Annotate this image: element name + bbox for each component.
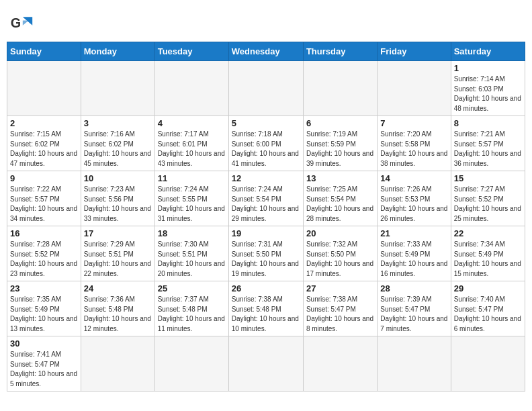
weekday-header-monday: Monday xyxy=(81,42,154,61)
day-info: Sunrise: 7:22 AM Sunset: 5:57 PM Dayligh… xyxy=(10,185,78,224)
day-info: Sunrise: 7:31 AM Sunset: 5:50 PM Dayligh… xyxy=(232,240,300,279)
week-row-5: 23Sunrise: 7:35 AM Sunset: 5:49 PM Dayli… xyxy=(7,281,525,336)
week-row-3: 9Sunrise: 7:22 AM Sunset: 5:57 PM Daylig… xyxy=(7,171,525,226)
day-info: Sunrise: 7:38 AM Sunset: 5:48 PM Dayligh… xyxy=(232,295,300,334)
day-number: 30 xyxy=(10,338,78,349)
week-row-4: 16Sunrise: 7:28 AM Sunset: 5:52 PM Dayli… xyxy=(7,226,525,281)
day-info: Sunrise: 7:37 AM Sunset: 5:48 PM Dayligh… xyxy=(158,295,226,334)
day-cell: 14Sunrise: 7:26 AM Sunset: 5:53 PM Dayli… xyxy=(378,171,451,226)
day-info: Sunrise: 7:32 AM Sunset: 5:50 PM Dayligh… xyxy=(306,240,374,279)
day-number: 19 xyxy=(232,228,300,238)
day-number: 2 xyxy=(10,118,78,128)
day-number: 22 xyxy=(454,228,522,238)
day-cell: 13Sunrise: 7:25 AM Sunset: 5:54 PM Dayli… xyxy=(303,171,377,226)
day-info: Sunrise: 7:15 AM Sunset: 6:02 PM Dayligh… xyxy=(10,130,78,169)
day-number: 7 xyxy=(380,118,447,128)
day-cell: 10Sunrise: 7:23 AM Sunset: 5:56 PM Dayli… xyxy=(81,171,154,226)
day-cell: 19Sunrise: 7:31 AM Sunset: 5:50 PM Dayli… xyxy=(228,226,303,281)
day-info: Sunrise: 7:21 AM Sunset: 5:57 PM Dayligh… xyxy=(454,130,522,169)
day-cell: 21Sunrise: 7:33 AM Sunset: 5:49 PM Dayli… xyxy=(378,226,451,281)
day-cell xyxy=(451,336,525,392)
day-cell: 18Sunrise: 7:30 AM Sunset: 5:51 PM Dayli… xyxy=(154,226,228,281)
day-info: Sunrise: 7:18 AM Sunset: 6:00 PM Dayligh… xyxy=(232,130,300,169)
day-number: 8 xyxy=(454,118,522,128)
day-cell: 30Sunrise: 7:41 AM Sunset: 5:47 PM Dayli… xyxy=(7,336,81,392)
day-cell: 8Sunrise: 7:21 AM Sunset: 5:57 PM Daylig… xyxy=(451,116,525,171)
day-number: 10 xyxy=(84,173,152,183)
page: G SundayMondayTuesdayWednesdayThursdayFr… xyxy=(0,0,532,398)
weekday-header-sunday: Sunday xyxy=(7,42,81,61)
week-row-1: 1Sunrise: 7:14 AM Sunset: 6:03 PM Daylig… xyxy=(7,61,525,116)
day-cell xyxy=(228,61,303,116)
day-number: 18 xyxy=(158,228,226,238)
day-cell xyxy=(154,336,228,392)
weekday-header-tuesday: Tuesday xyxy=(154,42,228,61)
day-number: 12 xyxy=(232,173,300,183)
day-cell: 23Sunrise: 7:35 AM Sunset: 5:49 PM Dayli… xyxy=(7,281,81,336)
day-cell xyxy=(7,61,81,116)
day-cell: 26Sunrise: 7:38 AM Sunset: 5:48 PM Dayli… xyxy=(228,281,303,336)
day-info: Sunrise: 7:41 AM Sunset: 5:47 PM Dayligh… xyxy=(10,350,78,389)
day-cell xyxy=(81,336,154,392)
day-cell xyxy=(303,61,377,116)
day-info: Sunrise: 7:29 AM Sunset: 5:51 PM Dayligh… xyxy=(84,240,152,279)
day-cell: 1Sunrise: 7:14 AM Sunset: 6:03 PM Daylig… xyxy=(451,61,525,116)
day-info: Sunrise: 7:26 AM Sunset: 5:53 PM Dayligh… xyxy=(380,185,447,224)
day-number: 6 xyxy=(306,118,374,128)
week-row-2: 2Sunrise: 7:15 AM Sunset: 6:02 PM Daylig… xyxy=(7,116,525,171)
day-number: 25 xyxy=(158,283,226,293)
day-cell: 29Sunrise: 7:40 AM Sunset: 5:47 PM Dayli… xyxy=(451,281,525,336)
day-cell: 6Sunrise: 7:19 AM Sunset: 5:59 PM Daylig… xyxy=(303,116,377,171)
day-number: 20 xyxy=(306,228,374,238)
day-number: 15 xyxy=(454,173,522,183)
week-row-6: 30Sunrise: 7:41 AM Sunset: 5:47 PM Dayli… xyxy=(7,336,525,392)
day-info: Sunrise: 7:25 AM Sunset: 5:54 PM Dayligh… xyxy=(306,185,374,224)
day-cell xyxy=(154,61,228,116)
day-cell: 16Sunrise: 7:28 AM Sunset: 5:52 PM Dayli… xyxy=(7,226,81,281)
day-cell xyxy=(378,61,451,116)
day-cell xyxy=(228,336,303,392)
day-number: 17 xyxy=(84,228,152,238)
day-cell xyxy=(81,61,154,116)
day-cell: 5Sunrise: 7:18 AM Sunset: 6:00 PM Daylig… xyxy=(228,116,303,171)
logo: G xyxy=(9,12,36,36)
day-cell: 22Sunrise: 7:34 AM Sunset: 5:49 PM Dayli… xyxy=(451,226,525,281)
header: G xyxy=(7,7,525,36)
day-info: Sunrise: 7:16 AM Sunset: 6:02 PM Dayligh… xyxy=(84,130,152,169)
day-number: 9 xyxy=(10,173,78,183)
day-info: Sunrise: 7:39 AM Sunset: 5:47 PM Dayligh… xyxy=(380,295,447,334)
weekday-header-row: SundayMondayTuesdayWednesdayThursdayFrid… xyxy=(7,42,525,61)
day-cell: 7Sunrise: 7:20 AM Sunset: 5:58 PM Daylig… xyxy=(378,116,451,171)
day-number: 23 xyxy=(10,283,78,293)
day-info: Sunrise: 7:40 AM Sunset: 5:47 PM Dayligh… xyxy=(454,295,522,334)
day-cell: 20Sunrise: 7:32 AM Sunset: 5:50 PM Dayli… xyxy=(303,226,377,281)
day-number: 28 xyxy=(380,283,447,293)
weekday-header-friday: Friday xyxy=(378,42,451,61)
day-number: 1 xyxy=(454,63,522,73)
weekday-header-saturday: Saturday xyxy=(451,42,525,61)
day-info: Sunrise: 7:19 AM Sunset: 5:59 PM Dayligh… xyxy=(306,130,374,169)
day-cell: 25Sunrise: 7:37 AM Sunset: 5:48 PM Dayli… xyxy=(154,281,228,336)
svg-text:G: G xyxy=(11,15,21,30)
day-info: Sunrise: 7:17 AM Sunset: 6:01 PM Dayligh… xyxy=(158,130,226,169)
weekday-header-thursday: Thursday xyxy=(303,42,377,61)
day-cell: 28Sunrise: 7:39 AM Sunset: 5:47 PM Dayli… xyxy=(378,281,451,336)
day-cell: 12Sunrise: 7:24 AM Sunset: 5:54 PM Dayli… xyxy=(228,171,303,226)
day-number: 14 xyxy=(380,173,447,183)
day-cell xyxy=(303,336,377,392)
day-info: Sunrise: 7:14 AM Sunset: 6:03 PM Dayligh… xyxy=(454,75,522,113)
day-cell: 11Sunrise: 7:24 AM Sunset: 5:55 PM Dayli… xyxy=(154,171,228,226)
day-info: Sunrise: 7:28 AM Sunset: 5:52 PM Dayligh… xyxy=(10,240,78,279)
day-cell xyxy=(378,336,451,392)
day-cell: 3Sunrise: 7:16 AM Sunset: 6:02 PM Daylig… xyxy=(81,116,154,171)
day-number: 21 xyxy=(380,228,447,238)
calendar: SundayMondayTuesdayWednesdayThursdayFrid… xyxy=(7,42,525,392)
day-cell: 4Sunrise: 7:17 AM Sunset: 6:01 PM Daylig… xyxy=(154,116,228,171)
day-cell: 24Sunrise: 7:36 AM Sunset: 5:48 PM Dayli… xyxy=(81,281,154,336)
day-number: 4 xyxy=(158,118,226,128)
day-number: 26 xyxy=(232,283,300,293)
day-number: 13 xyxy=(306,173,374,183)
day-number: 3 xyxy=(84,118,152,128)
day-number: 11 xyxy=(158,173,226,183)
logo-icon: G xyxy=(9,12,34,36)
